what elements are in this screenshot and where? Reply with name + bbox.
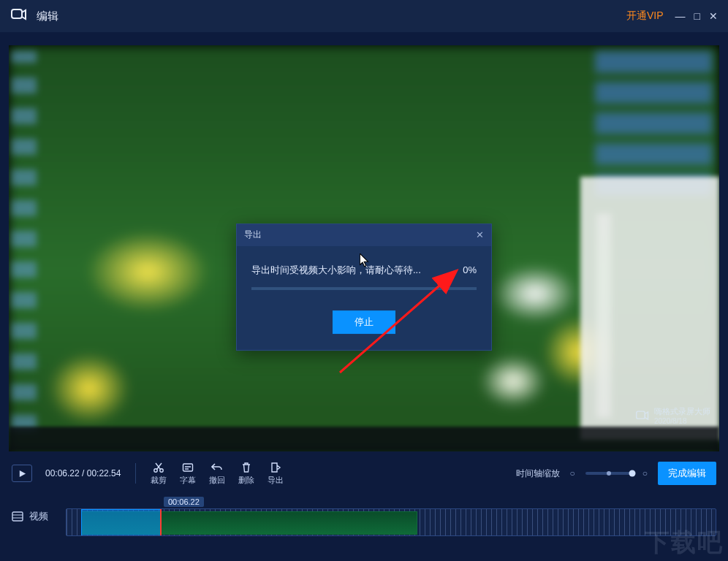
subtitle-label: 字幕	[180, 475, 196, 486]
playhead[interactable]	[160, 508, 162, 536]
export-percent: 0%	[463, 264, 477, 275]
window-maximize-button[interactable]: □	[694, 10, 700, 22]
app-logo-icon	[10, 6, 28, 26]
export-dialog: 导出 ✕ 导出时间受视频大小影响，请耐心等待... 0% 停止	[236, 224, 492, 351]
page-title: 编辑	[37, 9, 58, 23]
preview-desktop-icons-left	[12, 51, 37, 431]
svg-rect-0	[12, 9, 22, 18]
zoom-slider[interactable]	[585, 472, 632, 475]
time-current: 00:06.22	[45, 468, 80, 478]
editor-toolbar: 00:06.22 / 00:22.54 裁剪 字幕 撤回 删除 导出 时间轴缩放…	[0, 457, 728, 489]
play-icon	[18, 470, 26, 478]
video-preview: 嗨格式录屏大师 2020/8/18 导出 ✕ 导出时间受视频大小影响，请耐心等待…	[9, 45, 719, 451]
export-message: 导出时间受视频大小影响，请耐心等待...	[251, 264, 421, 277]
export-dialog-title: 导出	[244, 229, 262, 241]
recorder-watermark: 嗨格式录屏大师 2020/8/18	[635, 406, 710, 425]
export-label: 导出	[268, 475, 284, 486]
toolbar-right: 时间轴缩放 ○ ○ 完成编辑	[516, 462, 717, 485]
zoom-slider-tick	[607, 471, 611, 476]
scissors-icon	[153, 462, 164, 473]
vip-link[interactable]: 开通VIP	[626, 9, 664, 23]
svg-rect-6	[12, 512, 23, 521]
window-minimize-button[interactable]: —	[675, 10, 686, 22]
undo-label: 撤回	[209, 475, 225, 486]
export-tool[interactable]: 导出	[268, 462, 284, 486]
titlebar-right: 开通VIP — □ ✕	[626, 9, 718, 23]
watermark-brand: 嗨格式录屏大师	[654, 406, 710, 417]
preview-desktop-icons-right	[595, 50, 712, 196]
timeline: 视频 00:06.22	[0, 497, 728, 555]
zoom-in-icon[interactable]: ○	[642, 468, 648, 478]
export-dialog-close-button[interactable]: ✕	[476, 229, 484, 240]
delete-label: 删除	[238, 475, 254, 486]
subtitle-icon	[182, 462, 194, 473]
play-button[interactable]	[12, 465, 32, 482]
window-controls: — □ ✕	[675, 10, 718, 22]
delete-tool[interactable]: 删除	[238, 462, 254, 486]
export-dialog-header: 导出 ✕	[237, 224, 491, 246]
zoom-label: 时间轴缩放	[516, 468, 560, 480]
subtitle-tool[interactable]: 字幕	[180, 462, 196, 486]
export-icon	[270, 462, 281, 473]
title-bar: 编辑 开通VIP — □ ✕	[0, 0, 728, 32]
zoom-slider-handle[interactable]	[629, 470, 635, 477]
export-progress-bar	[251, 287, 477, 290]
crop-tool[interactable]: 裁剪	[151, 462, 167, 486]
undo-icon	[211, 462, 223, 473]
track-wrap: 00:06.22	[66, 503, 716, 536]
undo-tool[interactable]: 撤回	[209, 462, 225, 486]
toolbar-tools: 裁剪 字幕 撤回 删除 导出	[151, 462, 284, 486]
window-close-button[interactable]: ✕	[709, 10, 718, 22]
preview-taskbar	[9, 427, 719, 451]
finish-edit-button[interactable]: 完成编辑	[658, 462, 716, 485]
trash-icon	[240, 462, 252, 473]
toolbar-divider	[135, 463, 136, 484]
zoom-out-icon[interactable]: ○	[570, 468, 575, 478]
crop-label: 裁剪	[151, 475, 167, 486]
export-stop-button[interactable]: 停止	[333, 310, 395, 334]
time-total: 00:22.54	[87, 468, 121, 478]
clip-selection[interactable]	[81, 509, 162, 536]
watermark-meta: 2020/8/18	[654, 417, 710, 425]
svg-rect-5	[183, 464, 193, 471]
preview-side-window	[580, 177, 719, 440]
titlebar-left: 编辑	[10, 6, 58, 26]
playback-time: 00:06.22 / 00:22.54	[45, 468, 121, 478]
video-track-label: 视频	[12, 510, 56, 523]
track-label-text: 视频	[29, 510, 48, 523]
playhead-time-tag: 00:06.22	[164, 497, 204, 507]
video-track[interactable]	[66, 508, 716, 536]
film-icon	[12, 511, 23, 522]
export-dialog-body: 导出时间受视频大小影响，请耐心等待... 0% 停止	[237, 246, 491, 350]
svg-rect-1	[637, 411, 645, 419]
